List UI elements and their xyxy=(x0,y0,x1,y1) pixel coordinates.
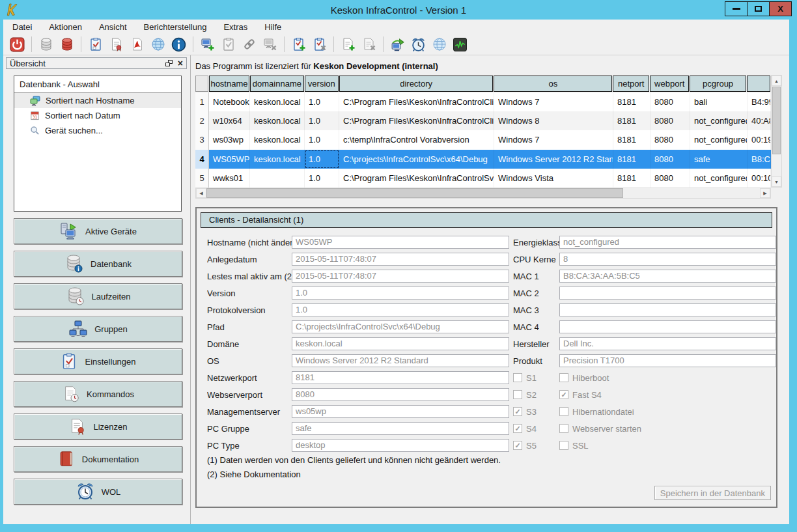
webserver-starten-checkbox[interactable] xyxy=(559,424,568,433)
document-remove-icon[interactable] xyxy=(360,36,378,53)
mac2-field[interactable] xyxy=(559,287,776,300)
col-os[interactable]: os xyxy=(494,76,612,92)
clipboard-check-icon[interactable] xyxy=(87,36,104,53)
database-gray-icon[interactable] xyxy=(37,36,55,53)
hiberboot-checkbox[interactable] xyxy=(559,373,568,382)
sidebar-item-einstellungen[interactable]: Einstellungen xyxy=(14,348,182,374)
cpu-kerne-field[interactable]: 8 xyxy=(559,253,776,266)
managementserver-field[interactable]: ws05wp xyxy=(292,405,509,418)
close-icon[interactable]: X xyxy=(769,1,792,16)
energieklasse-field[interactable]: not_configured xyxy=(559,236,776,249)
sidebar-item-datenbank[interactable]: Datenbank xyxy=(14,251,182,277)
globe2-icon[interactable] xyxy=(430,36,448,53)
col-webport[interactable]: webport xyxy=(650,76,689,92)
col-domainname[interactable]: domainname xyxy=(250,76,304,92)
document-add-icon[interactable] xyxy=(339,36,357,53)
info-icon[interactable] xyxy=(170,36,188,53)
menu-hilfe[interactable]: Hilfe xyxy=(264,22,281,32)
hersteller-field[interactable]: Dell Inc. xyxy=(559,337,776,350)
certificate-icon[interactable] xyxy=(107,36,125,53)
domaene-field[interactable]: keskon.local xyxy=(292,337,509,350)
netzwerkport-field[interactable]: 8181 xyxy=(292,371,509,384)
pc-gruppe-field[interactable]: safe xyxy=(292,422,509,435)
s5-checkbox[interactable] xyxy=(513,441,522,450)
sidebar-item-lizenzen[interactable]: Lizenzen xyxy=(14,413,182,440)
produkt-field[interactable]: Precision T1700 xyxy=(559,354,776,367)
col-directory[interactable]: directory xyxy=(339,76,494,92)
power-icon[interactable] xyxy=(8,36,26,53)
fast-s4-checkbox[interactable] xyxy=(559,390,568,399)
col-pcgroup[interactable]: pcgroup xyxy=(690,76,746,92)
sidebar-item-gruppen[interactable]: Gruppen xyxy=(14,316,182,342)
clipboard-add-icon[interactable] xyxy=(290,36,307,53)
col-mac-partial[interactable] xyxy=(747,76,770,92)
col-netport[interactable]: netport xyxy=(613,76,649,92)
s3-checkbox[interactable] xyxy=(513,407,522,416)
hibernationdatei-checkbox[interactable] xyxy=(559,407,568,416)
scroll-right-icon[interactable]: ▶ xyxy=(760,188,770,198)
minimize-icon[interactable] xyxy=(725,1,748,16)
vertical-scrollbar-thumb[interactable] xyxy=(772,87,781,154)
globe-icon[interactable] xyxy=(149,36,167,53)
anlegedatum-field[interactable]: 2015-05-11T07:48:07 xyxy=(292,253,509,266)
col-rownum-header[interactable] xyxy=(195,76,208,92)
ssl-checkbox[interactable] xyxy=(559,441,568,450)
link-icon[interactable] xyxy=(240,36,258,53)
table-row[interactable]: 2 w10x64 keskon.local 1.0 C:\Program Fil… xyxy=(195,111,771,130)
save-button[interactable]: Speichern in der Datenbank xyxy=(654,486,771,500)
database-red-icon[interactable] xyxy=(58,36,76,53)
app-logo-icon[interactable] xyxy=(5,3,20,17)
horizontal-scrollbar-thumb[interactable] xyxy=(206,188,623,198)
sidebar-item-laufzeiten[interactable]: Laufzeiten xyxy=(14,283,182,309)
content-area: Übersicht × Datenbank - Auswahl Sortiert… xyxy=(3,55,789,524)
close-panel-icon[interactable]: × xyxy=(178,59,183,68)
alarm-clock-icon[interactable] xyxy=(410,36,427,53)
tree-item-sort-date[interactable]: 31 Sortiert nach Datum xyxy=(14,108,181,123)
float-panel-icon[interactable] xyxy=(165,60,173,66)
menu-berichterstellung[interactable]: Berichterstellung xyxy=(144,22,207,32)
protokolversion-field[interactable]: 1.0 xyxy=(292,303,509,316)
scroll-up-icon[interactable]: ▲ xyxy=(772,76,781,86)
menu-ansicht[interactable]: Ansicht xyxy=(99,22,127,32)
hostname-field[interactable]: WS05WP xyxy=(292,236,509,249)
s4-checkbox[interactable] xyxy=(513,424,522,433)
vertical-scrollbar[interactable]: ▲ ▼ xyxy=(771,75,782,188)
menu-datei[interactable]: Datei xyxy=(12,22,32,32)
table-row[interactable]: 3 ws03wp keskon.local 1.0 c:\temp\InfraC… xyxy=(195,130,771,149)
pfad-field[interactable]: C:\projects\InfraControlSvc\x64\Debug xyxy=(292,320,509,333)
menu-extras[interactable]: Extras xyxy=(223,22,247,32)
os-field[interactable]: Windows Server 2012 R2 Standard xyxy=(292,354,509,367)
version-field[interactable]: 1.0 xyxy=(292,287,509,300)
sidebar-item-aktive-geraete[interactable]: Aktive Geräte xyxy=(14,218,182,244)
horizontal-scrollbar[interactable]: ◀ ▶ xyxy=(195,188,771,199)
col-version[interactable]: version xyxy=(305,76,339,92)
tree-item-sort-hostname[interactable]: Sortiert nach Hostname xyxy=(14,93,181,108)
activity-monitor-icon[interactable] xyxy=(451,36,469,53)
mac4-field[interactable] xyxy=(559,320,776,333)
letzte-aktivitaet-field[interactable]: 2015-05-11T07:48:07 xyxy=(292,270,509,283)
sidebar-item-kommandos[interactable]: Kommandos xyxy=(14,381,182,407)
pc-type-field[interactable]: desktop xyxy=(292,439,509,452)
scroll-down-icon[interactable]: ▼ xyxy=(772,176,781,187)
table-row[interactable]: 1 Notebook keskon.local 1.0 C:\Program F… xyxy=(195,92,771,111)
computer-refresh-icon[interactable] xyxy=(389,36,406,53)
pdf-icon[interactable] xyxy=(128,36,146,53)
s2-checkbox[interactable] xyxy=(513,390,522,399)
menu-aktionen[interactable]: Aktionen xyxy=(49,22,82,32)
col-hostname[interactable]: hostname xyxy=(209,76,249,92)
s1-checkbox[interactable] xyxy=(513,373,522,382)
table-row[interactable]: 5 wwks01 1.0 C:\Program Files\Keskon\Inf… xyxy=(195,169,771,188)
sidebar-item-wol[interactable]: WOL xyxy=(14,479,182,505)
mac1-field[interactable]: B8:CA:3A:AA:5B:C5 xyxy=(559,270,776,283)
maximize-icon[interactable] xyxy=(747,1,770,16)
clipboard-remove-icon[interactable] xyxy=(311,36,328,53)
computer-remove-icon[interactable] xyxy=(261,36,279,53)
tree-item-search-device[interactable]: Gerät suchen... xyxy=(14,123,181,138)
webserverport-field[interactable]: 8080 xyxy=(292,388,509,401)
computer-add-icon[interactable] xyxy=(199,36,216,53)
mac3-field[interactable] xyxy=(559,303,776,316)
table-row-selected[interactable]: 4 WS05WP keskon.local 1.0 C:\projects\In… xyxy=(195,150,771,169)
clipboard-gray-icon[interactable] xyxy=(219,36,237,53)
scroll-left-icon[interactable]: ◀ xyxy=(196,188,206,198)
sidebar-item-dokumentation[interactable]: Dokumentation xyxy=(14,446,182,472)
